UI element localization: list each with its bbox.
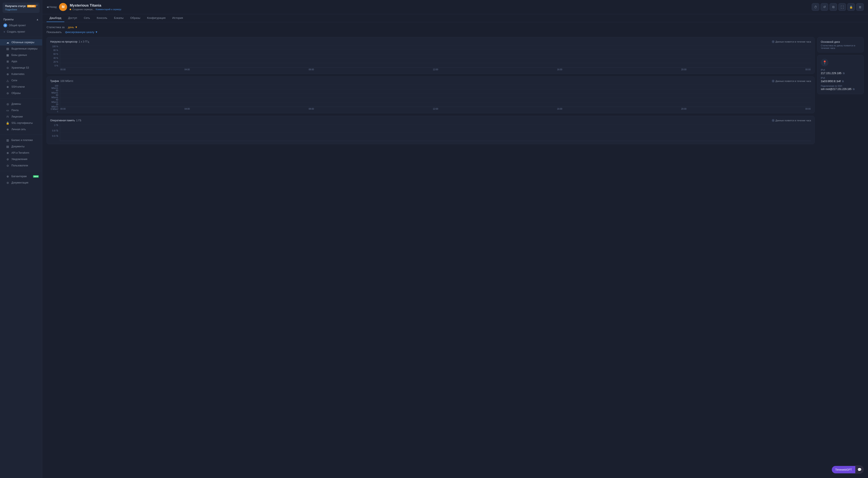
sidebar-item-bug-bounty[interactable]: ⊛ Багхантерам NEW [0,173,42,180]
general-project-item[interactable]: О Общий проект [0,22,42,29]
tabs: Дашборд Доступ Сеть Консоль Бэкапы Образ… [42,14,868,22]
traffic-chart-title: Трафик 100 Мбит/с i Данные появятся в те… [50,80,811,83]
ssl-icon: 🔒 [6,121,9,125]
sidebar: ✕ Получите статус PRIME Подробнее Проект… [0,0,42,478]
sidebar-item-docs[interactable]: ▤ Документы [0,143,42,150]
tab-history[interactable]: История [169,14,186,22]
network-icon: △ [6,79,9,82]
prime-badge: PRIME [27,5,36,7]
sidebar-item-users[interactable]: ⊙ Пользователи [0,162,42,169]
copy-ipv4-button[interactable]: ⧉ [843,72,845,75]
tab-config[interactable]: Конфигурация [144,14,168,22]
plus-icon: + [3,30,5,33]
sidebar-item-domains[interactable]: ◎ Домены [0,101,42,107]
history-action-button[interactable]: ⏱ [812,3,819,11]
delete-action-button[interactable]: 🗑 [856,3,864,11]
ip-card: 📍 IPv4 217.151.229.185 ⧉ IPv6 2a03:6f00:… [817,55,864,94]
copy-ipv6-button[interactable]: ⧉ [842,80,844,83]
topbar: ◀ Назад M Mysterious Titania Создание се… [42,0,868,14]
sidebar-item-notifications[interactable]: ⊘ Уведомления [0,156,42,162]
tab-images[interactable]: Образы [127,14,143,22]
promo-title: Получите статус PRIME [5,5,37,8]
tab-backups[interactable]: Бэкапы [111,14,127,22]
close-promo-button[interactable]: ✕ [36,4,38,7]
clock-icon: ⏱ [814,5,817,9]
notification-icon: ⊘ [6,157,9,161]
sidebar-item-kubernetes[interactable]: ⊛ Kubernetes [0,71,42,77]
cpu-chart-body: 00:00 04:00 08:00 12:00 16:00 20:00 00:0… [60,45,811,71]
server-info: M Mysterious Titania Создание сервера...… [59,3,809,11]
services-section: ☁ Облачные серверы ▤ Выделенные серверы … [0,38,42,98]
sidebar-item-api[interactable]: ⊗ API и Terraform [0,150,42,156]
copy-ssh-button[interactable]: ⧉ [853,88,855,91]
chevron-down-icon-2: ▼ [95,30,98,34]
stats-scale-row: Показывать фиксированную шкалу ▼ [46,30,864,34]
domains-icon: ◎ [6,102,9,106]
lock-action-button[interactable]: 🔒 [847,3,855,11]
sidebar-item-networks[interactable]: △ Сети [0,77,42,84]
sidebar-item-ssh-keys[interactable]: ⊕ SSH-ключи [0,84,42,90]
stats-period-selector[interactable]: день ▼ [68,26,78,29]
chat-fab: TimewebGPT 💬 [832,465,864,474]
cpu-chart-card: Нагрузка на процессор 1 х 3 ГГц i Данные… [46,37,815,74]
projects-header[interactable]: Проекты ▲ [0,17,42,22]
sidebar-item-billing[interactable]: ▥ Баланс и платежи [0,137,42,143]
stats-scale-selector[interactable]: фиксированную шкалу ▼ [65,30,98,34]
promo-details-link[interactable]: Подробнее [5,8,37,11]
sidebar-item-images[interactable]: ⊝ Образы [0,90,42,96]
cpu-chart-notice: i Данные появятся в течение часа [772,40,811,43]
ssh-value: ssh root@217.151.229.185 ⧉ [821,88,860,91]
sidebar-item-ssl-certs[interactable]: 🔒 SSL-сертификаты [0,120,42,126]
tab-access[interactable]: Доступ [65,14,80,22]
server-icon: ▤ [6,47,9,50]
screenshot-action-button[interactable]: ⛶ [838,3,846,11]
ram-chart-notice: i Данные появятся в течение часа [772,119,811,122]
extra-section: ⊛ Багхантерам NEW ⊝ Документация [0,172,42,187]
traffic-chart-body: 00:00 04:00 08:00 12:00 16:00 20:00 00:0… [60,85,811,110]
sidebar-item-databases[interactable]: ▦ Базы данных [0,52,42,58]
sidebar-item-vpn[interactable]: ⊕ Личная сеть [0,126,42,132]
charts-right-column: Основной диск Статистика по диску появит… [817,37,864,475]
sidebar-item-documentation[interactable]: ⊝ Документация [0,180,42,186]
ram-chart-area: 1 ГБ 0.8 ГБ 0.6 ГБ [50,124,811,141]
cpu-chart-area: 100 % 80 % 60 % 40 % 20 % 0 % [50,45,811,71]
cloud-icon: ☁ [6,41,9,44]
server-comment-link[interactable]: Комментарий к серверу [96,8,121,10]
disk-card: Основной диск Статистика по диску появит… [817,37,864,53]
create-project-item[interactable]: + Создать проект [0,29,42,35]
cpu-chart-title: Нагрузка на процессор 1 х 3 ГГц i Данные… [50,40,811,43]
sidebar-item-storage-s3[interactable]: ⊙ Хранилище S3 [0,65,42,71]
projects-section: Проекты ▲ О Общий проект + Создать проек… [0,16,42,36]
ram-y-axis: 1 ГБ 0.8 ГБ 0.6 ГБ [50,124,58,141]
sidebar-item-apps[interactable]: ⊞ Apps [0,58,42,65]
chat-icon-button[interactable]: 💬 [855,465,864,474]
timewebgpt-button[interactable]: TimewebGPT [832,466,855,473]
mail-icon: ▭ [6,109,9,112]
sidebar-item-licenses[interactable]: ⊓ Лицензии [0,114,42,120]
tab-console[interactable]: Консоль [94,14,110,22]
stats-period-row: Статистика за день ▼ [46,26,864,29]
server-name: Mysterious Titania [70,3,121,8]
tab-network[interactable]: Сеть [81,14,93,22]
cpu-y-axis: 100 % 80 % 60 % 40 % 20 % 0 % [50,45,58,71]
back-button[interactable]: ◀ Назад [46,5,57,8]
traffic-info-icon: i [772,80,775,83]
database-icon: ▦ [6,53,9,57]
tab-dashboard[interactable]: Дашборд [46,14,64,22]
copy-icon: ⧉ [832,5,835,9]
main-content: ◀ Назад M Mysterious Titania Создание се… [42,0,868,478]
promo-banner: ✕ Получите статус PRIME Подробнее [3,3,39,13]
docs-icon: ⊝ [6,181,9,184]
restart-icon: ↺ [823,5,826,9]
sidebar-item-mail[interactable]: ▭ Почта [0,107,42,114]
sidebar-item-dedicated-servers[interactable]: ▤ Выделенные серверы [0,46,42,52]
disk-card-sub: Статистика по диску появится в течение ч… [821,44,860,49]
trash-icon: 🗑 [859,5,862,9]
ipv6-row: IPv6 2a03:6f00:8::b4f ⧉ [821,77,860,83]
copy-action-button[interactable]: ⧉ [830,3,837,11]
restart-action-button[interactable]: ↺ [820,3,828,11]
apps-icon: ⊞ [6,60,9,63]
sidebar-item-cloud-servers[interactable]: ☁ Облачные серверы [0,39,42,46]
document-icon: ▤ [6,145,9,148]
traffic-y-axis: 100 Мбит/с 80 Мбит/с 60 Мбит/с 40 Мбит/с… [50,85,58,110]
